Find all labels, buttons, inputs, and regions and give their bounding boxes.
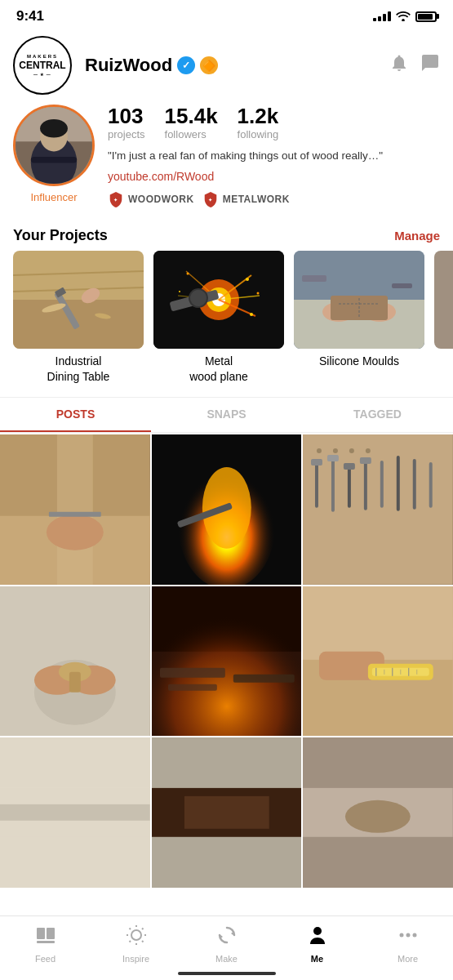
message-icon[interactable] [420, 53, 440, 78]
tab-tagged[interactable]: TAGGED [302, 398, 453, 432]
notification-bell-icon[interactable] [389, 53, 409, 78]
gold-badge: 🔶 [200, 56, 218, 74]
section-title: Your Projects [13, 227, 108, 244]
nav-feed-label: Feed [35, 954, 56, 964]
avatar[interactable] [13, 105, 95, 186]
nav-me-label: Me [311, 954, 323, 964]
svg-rect-64 [348, 463, 351, 508]
tab-snaps[interactable]: SNAPS [151, 398, 302, 432]
svg-point-58 [317, 448, 322, 453]
following-count: 1.2k [238, 105, 279, 128]
app-logo[interactable]: MAKERS CENTRAL — ★ — [13, 36, 72, 95]
followers-stat: 15.4k followers [165, 105, 218, 140]
svg-line-114 [129, 941, 131, 942]
svg-rect-69 [429, 462, 433, 508]
status-icons [373, 10, 437, 24]
projects-label: projects [108, 128, 145, 140]
svg-point-28 [246, 278, 249, 281]
avatar-container: Influencer [13, 105, 95, 207]
svg-rect-67 [397, 456, 400, 511]
nav-more-label: More [397, 954, 418, 964]
project-name: Metalwood plane [153, 354, 284, 383]
svg-point-29 [257, 292, 260, 295]
svg-rect-63 [331, 455, 335, 512]
project-card[interactable]: Project [434, 251, 453, 383]
username: RuizWood [85, 55, 172, 76]
nav-me[interactable]: Me [272, 924, 362, 964]
nav-feed[interactable]: Feed [0, 924, 91, 964]
tab-posts[interactable]: POSTS [0, 398, 151, 432]
home-indicator [178, 972, 276, 975]
signal-icon [373, 11, 391, 21]
post-item[interactable] [303, 586, 453, 737]
nav-make-label: Make [215, 954, 238, 964]
project-card[interactable]: Metalwood plane [153, 251, 284, 383]
influencer-label: Influencer [30, 191, 77, 203]
wifi-icon [396, 10, 411, 24]
project-thumbnail [153, 251, 284, 349]
metalwork-label: METALWORK [223, 194, 290, 205]
project-name: IndustrialDining Table [13, 354, 144, 383]
post-item[interactable] [152, 434, 302, 585]
profile-section: Influencer 103 projects 15.4k followers … [0, 101, 453, 217]
website-link[interactable]: youtube.com/RWood [108, 170, 440, 183]
svg-point-118 [399, 933, 403, 938]
svg-rect-42 [302, 275, 326, 282]
content-tabs: POSTS SNAPS TAGGED [0, 397, 453, 433]
post-item[interactable] [303, 434, 453, 585]
svg-point-50 [47, 514, 104, 550]
svg-line-113 [142, 929, 144, 930]
svg-point-117 [313, 927, 322, 935]
bottom-nav: Feed Inspire [0, 915, 453, 980]
more-icon [397, 924, 419, 951]
post-item[interactable] [152, 737, 302, 888]
following-label: following [238, 128, 279, 140]
nav-make[interactable]: Make [181, 924, 272, 964]
stats-row: 103 projects 15.4k followers 1.2k follow… [108, 105, 440, 140]
nav-inspire-label: Inspire [122, 954, 149, 964]
inspire-icon [126, 924, 147, 951]
feed-icon [35, 924, 56, 951]
svg-point-32 [179, 291, 180, 292]
metalwork-badge: ✦ METALWORK [202, 191, 290, 207]
post-item[interactable] [0, 737, 150, 888]
svg-rect-82 [152, 586, 302, 737]
svg-rect-70 [311, 459, 322, 466]
svg-rect-103 [37, 928, 45, 939]
me-icon [307, 924, 328, 951]
header-actions [389, 53, 440, 78]
svg-text:✦: ✦ [208, 197, 212, 203]
svg-rect-43 [392, 283, 412, 288]
post-item[interactable] [303, 737, 453, 888]
project-card[interactable]: Silicone Moulds [294, 251, 424, 383]
project-card[interactable]: IndustrialDining Table [13, 251, 144, 383]
header-right: RuizWood ✓ 🔶 [72, 53, 440, 78]
username-row: RuizWood ✓ 🔶 [85, 55, 218, 76]
posts-grid [0, 434, 453, 888]
svg-rect-57 [303, 434, 453, 585]
svg-point-61 [366, 448, 371, 453]
woodwork-badge: ✦ WOODWORK [108, 191, 194, 207]
svg-rect-71 [327, 455, 339, 461]
post-item[interactable] [0, 434, 150, 585]
post-item[interactable] [152, 586, 302, 737]
header: MAKERS CENTRAL — ★ — RuizWood ✓ 🔶 [0, 29, 453, 101]
post-item[interactable] [0, 586, 150, 737]
svg-rect-49 [57, 434, 93, 585]
nav-inspire[interactable]: Inspire [91, 924, 181, 964]
project-name: Project [434, 354, 453, 368]
svg-point-31 [187, 273, 189, 275]
status-bar: 9:41 [0, 0, 453, 29]
svg-rect-83 [160, 667, 225, 677]
badges-row: ✦ WOODWORK ✦ METALWORK [108, 191, 440, 207]
svg-rect-62 [315, 459, 318, 508]
svg-rect-84 [233, 674, 294, 682]
svg-rect-105 [37, 941, 55, 943]
svg-point-30 [250, 313, 253, 316]
nav-more[interactable]: More [362, 924, 453, 964]
svg-rect-85 [168, 684, 217, 690]
following-stat: 1.2k following [238, 105, 279, 140]
svg-point-5 [40, 119, 68, 138]
manage-link[interactable]: Manage [394, 229, 440, 243]
section-header: Your Projects Manage [0, 217, 453, 251]
